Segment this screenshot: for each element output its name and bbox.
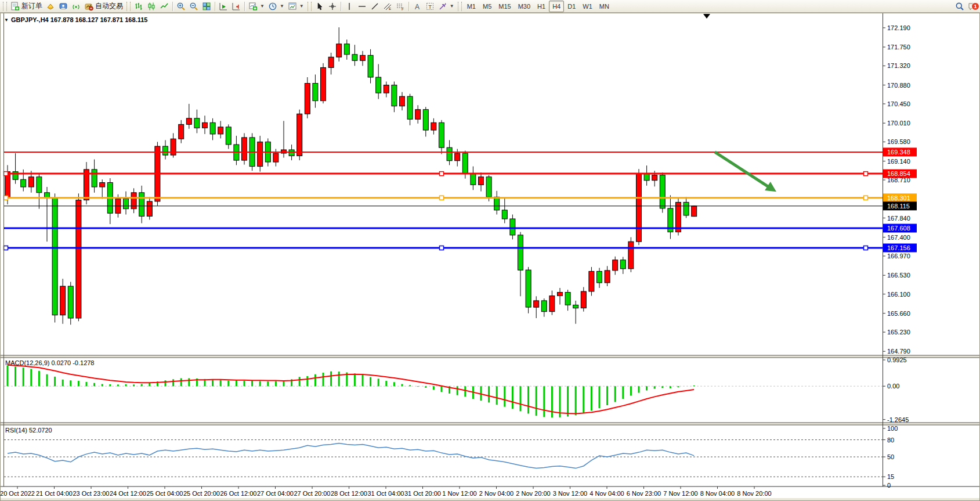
svg-text:80: 80 [887,437,894,444]
ohlc-text: GBPJPY-,H4 167.878 168.127 167.871 168.1… [11,16,147,23]
indicators-icon [248,2,258,11]
equidistant-channel-button[interactable]: E [381,1,394,12]
line-handle[interactable] [4,172,8,176]
auto-scroll-button[interactable] [217,1,230,12]
symbol-ohlc-readout[interactable]: ▼ GBPJPY-,H4 167.878 168.127 167.871 168… [4,16,147,23]
notifications-button[interactable]: 1 [966,1,979,12]
svg-text:165.660: 165.660 [887,310,910,317]
svg-text:-1.2645: -1.2645 [887,416,909,423]
timeframe-m30-button[interactable]: M30 [515,1,534,12]
timeframe-m5-button[interactable]: M5 [479,1,495,12]
svg-text:167.400: 167.400 [887,234,910,241]
line-handle[interactable] [440,246,444,250]
line-handle[interactable] [864,246,868,250]
line-handle[interactable] [440,196,444,200]
signals-button[interactable] [70,1,82,12]
svg-text:165.230: 165.230 [887,329,910,336]
new-order-button-label: 新订单 [21,1,42,11]
line-handle[interactable] [4,246,8,250]
timeframe-mn-button[interactable]: MN [596,1,613,12]
indicators-button[interactable]: ▼ [247,1,266,12]
svg-text:0.9925: 0.9925 [887,356,907,363]
toolbar-grip [126,2,131,11]
line-handle[interactable] [4,196,8,200]
candles-icon [147,2,156,11]
mql-market-button[interactable] [44,1,57,12]
svg-text:169.348: 169.348 [887,149,910,156]
search-button[interactable] [953,1,966,12]
arrows-button[interactable]: ▼ [436,1,456,12]
horizontal-line-button[interactable] [356,1,368,12]
svg-text:T: T [428,3,432,9]
text-button[interactable]: A [411,1,424,12]
svg-text:28 Oct 12:00: 28 Oct 12:00 [331,490,367,497]
svg-text:167.156: 167.156 [887,244,910,251]
chart-shift-button[interactable] [230,1,243,12]
svg-text:6 Nov 23:00: 6 Nov 23:00 [627,490,661,497]
zoom-in-button[interactable] [175,1,187,12]
svg-text:171.320: 171.320 [887,62,910,69]
textT-icon: T [425,2,435,11]
line-chart-button[interactable] [158,1,171,12]
pane-splitter[interactable] [0,355,980,358]
linechart-icon [160,2,169,11]
autotrading-button-label: 自动交易 [95,1,123,11]
bar-chart-button[interactable] [132,1,145,12]
svg-text:8 Nov 20:00: 8 Nov 20:00 [737,490,771,497]
timeframe-w1-button[interactable]: W1 [579,1,596,12]
toolbar-grip [3,2,7,11]
chat-icon: 1 [968,2,977,11]
textA-icon: A [413,2,422,11]
signal-icon [71,2,81,11]
fibonacci-button[interactable]: F [394,1,407,12]
dropdown-caret-icon[interactable]: ▼ [299,3,304,9]
periods-button[interactable]: ▼ [266,1,286,12]
zoom-out-button[interactable] [187,1,200,12]
pane-splitter[interactable] [0,423,980,425]
svg-text:170.010: 170.010 [887,120,910,127]
trendline-button[interactable] [368,1,381,12]
dropdown-caret-icon[interactable]: ▼ [260,3,265,9]
community-button[interactable] [57,1,70,12]
line-handle[interactable] [440,172,444,176]
one-click-trading-toggle-icon[interactable]: ▼ [4,17,9,23]
svg-text:168.115: 168.115 [887,203,910,210]
svg-text:24 Oct 12:00: 24 Oct 12:00 [110,490,146,497]
svg-text:169.140: 169.140 [887,158,910,165]
autotrading-button[interactable]: 自动交易 [82,1,125,12]
new-order-button[interactable]: 新订单 [9,1,44,12]
dropdown-caret-icon[interactable]: ▼ [450,3,454,9]
svg-text:27 Oct 04:00: 27 Oct 04:00 [257,490,294,497]
autoscroll-icon [219,2,228,11]
timeframe-m15-button[interactable]: M15 [495,1,514,12]
line-handle[interactable] [864,196,868,200]
svg-text:164.790: 164.790 [887,348,910,355]
templates-button[interactable]: ▼ [286,1,306,12]
toolbar-separator [408,2,409,11]
text-label-button[interactable]: T [424,1,436,12]
svg-text:2 Nov 04:00: 2 Nov 04:00 [479,490,513,497]
doc-plus-icon [10,2,20,11]
svg-text:166.100: 166.100 [887,291,910,298]
toolbar-grip [458,2,462,11]
zoom-in-icon [176,2,186,11]
tile-windows-button[interactable] [200,1,213,12]
cursor-button[interactable] [313,1,326,12]
svg-text:2 Nov 20:00: 2 Nov 20:00 [516,490,550,497]
timeframe-m1-button[interactable]: M1 [464,1,479,12]
svg-text:8 Nov 04:00: 8 Nov 04:00 [700,490,735,497]
gold-icon [46,2,55,11]
candlestick-chart-button[interactable] [145,1,158,12]
line-handle[interactable] [864,172,868,176]
svg-text:26 Oct 12:00: 26 Oct 12:00 [220,490,257,497]
crosshair-button[interactable] [326,1,339,12]
timeframe-h1-button[interactable]: H1 [534,1,549,12]
dropdown-caret-icon[interactable]: ▼ [280,3,284,9]
template-icon [288,2,297,11]
clock-icon [268,2,277,11]
timeframe-h4-button[interactable]: H4 [549,1,564,12]
svg-text:20 Oct 2022: 20 Oct 2022 [0,490,35,497]
timeframe-d1-button[interactable]: D1 [564,1,579,12]
vertical-line-button[interactable] [343,1,356,12]
svg-text:0: 0 [887,482,891,489]
